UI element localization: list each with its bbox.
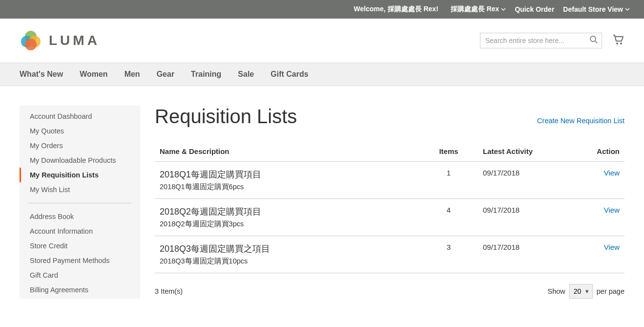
svg-line-5 [595,41,597,43]
page-title: Requisition Lists [155,106,297,128]
nav-item-sale[interactable]: Sale [238,70,254,79]
sidebar-item-my-orders[interactable]: My Orders [20,138,140,153]
svg-point-7 [620,43,622,44]
toolbar: 3 Item(s) Show 20 ▼ per page [155,284,624,299]
requisition-name: 2018Q2每週固定購買項目 [160,206,415,218]
logo[interactable]: LUMA [20,29,100,52]
limiter-select[interactable]: 20 [569,284,593,299]
nav-item-gear[interactable]: Gear [157,70,174,79]
sidebar-item-billing-agreements[interactable]: Billing Agreements [20,283,140,297]
sidebar-item-my-quotes[interactable]: My Quotes [20,124,140,138]
search-icon[interactable] [589,35,598,46]
sidebar-item-store-credit[interactable]: Store Credit [20,239,140,253]
sidebar-item-my-downloadable-products[interactable]: My Downloadable Products [20,153,140,168]
show-label: Show [547,287,565,295]
title-row: Requisition Lists Create New Requisition… [155,106,624,128]
cell-latest: 09/17/2018 [478,162,576,199]
col-header-action: Action [576,147,624,162]
svg-point-6 [616,43,618,44]
table-row: 2018Q3每週固定購買之項目 2018Q3每週固定購買10pcs 3 09/1… [155,236,624,273]
search-box [480,33,602,48]
nav-item-gift-cards[interactable]: Gift Cards [270,70,308,79]
nav-item-whats-new[interactable]: What's New [20,70,63,79]
sidebar-item-stored-payment-methods[interactable]: Stored Payment Methods [20,253,140,268]
header-right [480,33,624,48]
requisition-table: Name & Description Items Latest Activity… [155,147,624,273]
sidebar-item-my-wish-list[interactable]: My Wish List [20,182,140,197]
nav-item-training[interactable]: Training [191,70,221,79]
col-header-items: Items [419,147,478,162]
page-header: LUMA [0,19,644,63]
item-count: 3 Item(s) [155,287,183,295]
requisition-name: 2018Q1每週固定購買項目 [160,169,415,180]
panel-header: Welcome, 採購處處長 Rex! 採購處處長 Rex Quick Orde… [0,0,644,19]
nav-sections: What's New Women Men Gear Training Sale … [0,63,644,86]
view-link[interactable]: View [604,243,620,251]
svg-point-4 [590,36,596,42]
main-content: Requisition Lists Create New Requisition… [155,106,624,299]
per-page-label: per page [597,287,624,295]
col-header-name: Name & Description [155,147,419,162]
account-menu-label: 採購處處長 Rex [451,5,499,14]
cell-items: 4 [419,199,478,236]
sidebar-item-gift-card[interactable]: Gift Card [20,268,140,283]
logo-mark-icon [20,29,42,52]
col-header-latest: Latest Activity [478,147,576,162]
cell-items: 3 [419,236,478,273]
requisition-name: 2018Q3每週固定購買之項目 [160,243,415,255]
store-switcher[interactable]: Default Store View [563,5,630,13]
sidebar-item-my-requisition-lists[interactable]: My Requisition Lists [20,168,140,182]
requisition-desc: 2018Q3每週固定購買10pcs [160,257,415,266]
cell-name: 2018Q3每週固定購買之項目 2018Q3每週固定購買10pcs [155,236,419,273]
cell-latest: 09/17/2018 [478,199,576,236]
cell-name: 2018Q2每週固定購買項目 2018Q2每週固定購買3pcs [155,199,419,236]
welcome-text: Welcome, 採購處處長 Rex! [354,5,438,14]
cell-name: 2018Q1每週固定購買項目 2018Q1每週固定購買6pcs [155,162,419,199]
svg-point-3 [25,39,37,50]
limiter-select-wrap: 20 ▼ [569,284,593,299]
sidebar-item-address-book[interactable]: Address Book [20,209,140,224]
logo-text: LUMA [49,33,100,48]
chevron-down-icon [625,7,630,12]
sidebar-item-account-information[interactable]: Account Information [20,224,140,239]
requisition-desc: 2018Q2每週固定購買3pcs [160,219,415,229]
cart-icon[interactable] [612,33,624,48]
sidebar-separator [28,203,131,203]
create-requisition-list-link[interactable]: Create New Requisition List [537,117,624,125]
nav-item-men[interactable]: Men [125,70,140,79]
sidebar: Account Dashboard My Quotes My Orders My… [20,106,140,299]
view-link[interactable]: View [604,169,620,177]
store-switcher-label: Default Store View [563,5,623,13]
view-link[interactable]: View [604,206,620,214]
columns: Account Dashboard My Quotes My Orders My… [0,86,644,318]
cell-items: 1 [419,162,478,199]
requisition-desc: 2018Q1每週固定購買6pcs [160,182,415,192]
quick-order-link[interactable]: Quick Order [515,5,554,13]
nav-item-women[interactable]: Women [80,70,107,79]
limiter: Show 20 ▼ per page [547,284,624,299]
search-input[interactable] [480,33,602,48]
table-row: 2018Q2每週固定購買項目 2018Q2每週固定購買3pcs 4 09/17/… [155,199,624,236]
chevron-down-icon [501,7,506,12]
cell-latest: 09/17/2018 [478,236,576,273]
account-menu[interactable]: 採購處處長 Rex [451,5,506,14]
sidebar-item-account-dashboard[interactable]: Account Dashboard [20,106,140,124]
table-row: 2018Q1每週固定購買項目 2018Q1每週固定購買6pcs 1 09/17/… [155,162,624,199]
